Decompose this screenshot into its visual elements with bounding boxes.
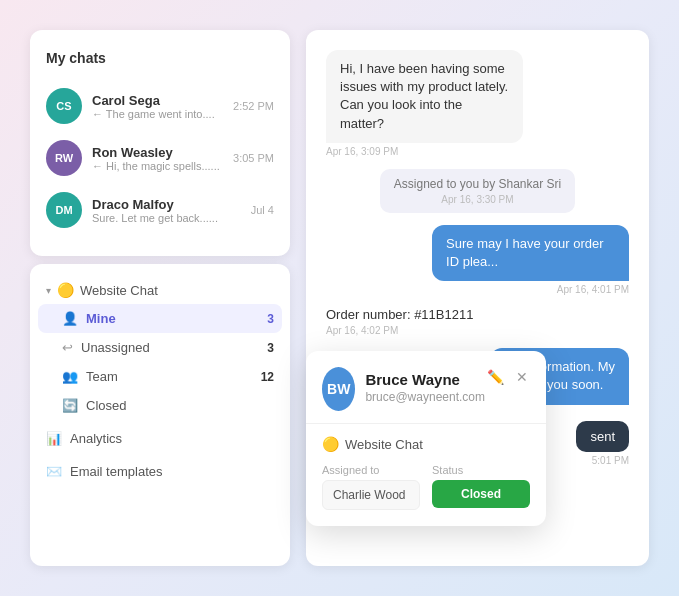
message-time: Apr 16, 4:01 PM — [432, 284, 629, 295]
status-value: Closed — [432, 480, 530, 508]
nav-section: ▾ 🟡 Website Chat 👤 Mine 3 ↩ Unassigned 3… — [30, 264, 290, 566]
message-time: Apr 16, 3:30 PM — [394, 194, 561, 205]
system-text: Assigned to you by Shankar Sri — [394, 177, 561, 191]
edit-button[interactable]: ✏️ — [485, 367, 506, 387]
assigned-to-field: Assigned to Charlie Wood — [322, 464, 420, 510]
popup-name: Bruce Wayne — [365, 371, 485, 388]
sidebar-item-unassigned[interactable]: ↩ Unassigned 3 — [38, 333, 282, 362]
order-text: Order number: #11B1211 — [326, 307, 473, 322]
avatar: CS — [46, 88, 82, 124]
team-icon: 👥 — [62, 369, 78, 384]
sidebar-item-label: Email templates — [70, 464, 162, 479]
chevron-down-icon: ▾ — [46, 285, 51, 296]
assigned-to-value: Charlie Wood — [322, 480, 420, 510]
unassigned-count: 3 — [267, 341, 274, 355]
message-time: Apr 16, 3:09 PM — [326, 146, 523, 157]
popup-fields: Assigned to Charlie Wood Status Closed — [322, 464, 530, 510]
message-time: 5:01 PM — [576, 455, 629, 466]
avatar: DM — [46, 192, 82, 228]
list-item[interactable]: CS Carol Sega ← The game went into.... 2… — [46, 80, 274, 132]
popup-channel-label: Website Chat — [345, 437, 423, 452]
chat-preview: ← The game went into.... — [92, 108, 223, 120]
popup-avatar: BW — [322, 367, 355, 411]
chat-preview: ← Hi, the magic spells...... — [92, 160, 223, 172]
message-left: Hi, I have been having some issues with … — [326, 50, 523, 157]
message-bubble: Hi, I have been having some issues with … — [326, 50, 523, 143]
chat-name: Ron Weasley — [92, 145, 223, 160]
status-label: Status — [432, 464, 530, 476]
chat-time: 2:52 PM — [233, 100, 274, 112]
unassigned-icon: ↩ — [62, 340, 73, 355]
my-chats-panel: My chats CS Carol Sega ← The game went i… — [30, 30, 290, 256]
sidebar-item-label: Team — [86, 369, 118, 384]
chat-info: Draco Malfoy Sure. Let me get back...... — [92, 197, 241, 224]
list-item[interactable]: DM Draco Malfoy Sure. Let me get back...… — [46, 184, 274, 236]
chat-info: Ron Weasley ← Hi, the magic spells...... — [92, 145, 223, 172]
popup-initials: BW — [327, 381, 350, 397]
popup-channel: 🟡 Website Chat — [322, 436, 530, 452]
email-icon: ✉️ — [46, 464, 62, 479]
website-chat-icon: 🟡 — [322, 436, 339, 452]
nav-group-label: Website Chat — [80, 283, 158, 298]
chat-time: Jul 4 — [251, 204, 274, 216]
popup-header: BW Bruce Wayne bruce@wayneent.com ✏️ ✕ — [306, 351, 546, 411]
sidebar-item-label: Mine — [86, 311, 116, 326]
analytics-icon: 📊 — [46, 431, 62, 446]
website-chat-group[interactable]: ▾ 🟡 Website Chat — [38, 276, 282, 304]
avatar: RW — [46, 140, 82, 176]
chat-time: 3:05 PM — [233, 152, 274, 164]
popup-user-info: Bruce Wayne bruce@wayneent.com — [365, 367, 485, 404]
popup-email: bruce@wayneent.com — [365, 390, 485, 404]
chat-name: Draco Malfoy — [92, 197, 241, 212]
team-count: 12 — [261, 370, 274, 384]
list-item[interactable]: RW Ron Weasley ← Hi, the magic spells...… — [46, 132, 274, 184]
close-button[interactable]: ✕ — [514, 367, 530, 387]
sidebar-item-label: Unassigned — [81, 340, 150, 355]
sidebar: My chats CS Carol Sega ← The game went i… — [30, 30, 290, 566]
chat-name: Carol Sega — [92, 93, 223, 108]
chat-info: Carol Sega ← The game went into.... — [92, 93, 223, 120]
message-bubble: Sure may I have your order ID plea... — [432, 225, 629, 281]
person-icon: 👤 — [62, 311, 78, 326]
message-order: Order number: #11B1211 Apr 16, 4:02 PM — [326, 307, 473, 336]
popup-divider — [306, 423, 546, 424]
sidebar-item-closed[interactable]: 🔄 Closed — [38, 391, 282, 420]
contact-popup: BW Bruce Wayne bruce@wayneent.com ✏️ ✕ 🟡… — [306, 351, 546, 526]
message-sent: sent 5:01 PM — [576, 421, 629, 466]
sidebar-item-label: Closed — [86, 398, 126, 413]
closed-icon: 🔄 — [62, 398, 78, 413]
message-system: Assigned to you by Shankar Sri Apr 16, 3… — [380, 169, 575, 213]
sidebar-item-label: Analytics — [70, 431, 122, 446]
website-chat-icon: 🟡 — [57, 282, 74, 298]
main-container: My chats CS Carol Sega ← The game went i… — [30, 30, 649, 566]
sidebar-item-email-templates[interactable]: ✉️ Email templates — [38, 457, 282, 486]
mine-count: 3 — [267, 312, 274, 326]
popup-section: 🟡 Website Chat Assigned to Charlie Wood … — [306, 436, 546, 510]
message-time: Apr 16, 4:02 PM — [326, 325, 473, 336]
status-field: Status Closed — [432, 464, 530, 510]
sent-bubble: sent — [576, 421, 629, 452]
message-right: Sure may I have your order ID plea... Ap… — [432, 225, 629, 295]
sidebar-item-mine[interactable]: 👤 Mine 3 — [38, 304, 282, 333]
chat-area: Hi, I have been having some issues with … — [290, 30, 649, 566]
chat-preview: Sure. Let me get back...... — [92, 212, 241, 224]
popup-actions: ✏️ ✕ — [485, 367, 530, 387]
my-chats-title: My chats — [46, 50, 274, 66]
assigned-to-label: Assigned to — [322, 464, 420, 476]
sidebar-item-analytics[interactable]: 📊 Analytics — [38, 424, 282, 453]
sidebar-item-team[interactable]: 👥 Team 12 — [38, 362, 282, 391]
